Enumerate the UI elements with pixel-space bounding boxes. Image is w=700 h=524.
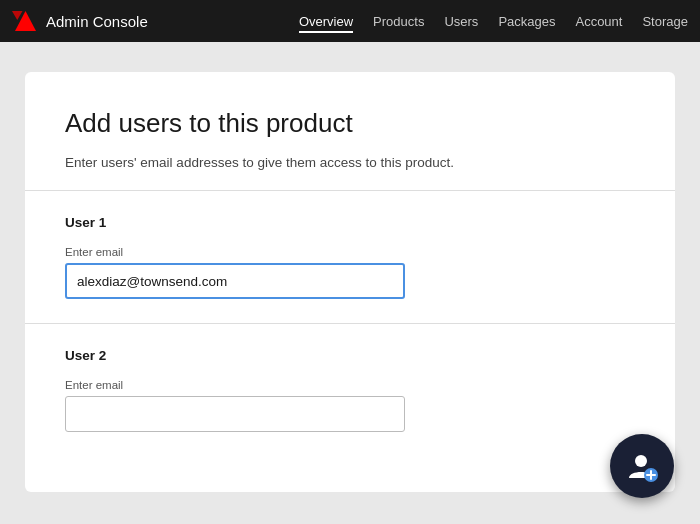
user-2-email-input[interactable] bbox=[65, 396, 405, 432]
add-user-fab-button[interactable] bbox=[610, 434, 674, 498]
adobe-logo-icon bbox=[12, 9, 36, 33]
nav-account[interactable]: Account bbox=[575, 10, 622, 33]
svg-point-2 bbox=[635, 455, 647, 467]
nav-storage[interactable]: Storage bbox=[642, 10, 688, 33]
page-description: Enter users' email addresses to give the… bbox=[65, 155, 635, 170]
user-1-section: User 1 Enter email bbox=[65, 215, 635, 299]
nav-overview[interactable]: Overview bbox=[299, 10, 353, 33]
user-2-field-label: Enter email bbox=[65, 379, 635, 391]
nav-products[interactable]: Products bbox=[373, 10, 424, 33]
section-divider bbox=[25, 323, 675, 324]
add-users-card: Add users to this product Enter users' e… bbox=[25, 72, 675, 492]
navbar: Admin Console Overview Products Users Pa… bbox=[0, 0, 700, 42]
nav-users[interactable]: Users bbox=[444, 10, 478, 33]
user-1-email-input[interactable] bbox=[65, 263, 405, 299]
brand-name: Admin Console bbox=[46, 13, 148, 30]
user-2-label: User 2 bbox=[65, 348, 635, 363]
nav-links: Overview Products Users Packages Account… bbox=[299, 10, 688, 33]
nav-packages[interactable]: Packages bbox=[498, 10, 555, 33]
user-1-label: User 1 bbox=[65, 215, 635, 230]
add-user-icon bbox=[624, 448, 660, 484]
user-1-field-label: Enter email bbox=[65, 246, 635, 258]
page-title: Add users to this product bbox=[65, 108, 635, 139]
user-2-section: User 2 Enter email bbox=[65, 348, 635, 432]
brand: Admin Console bbox=[12, 9, 148, 33]
top-divider bbox=[25, 190, 675, 191]
page-content: Add users to this product Enter users' e… bbox=[0, 42, 700, 524]
svg-marker-1 bbox=[12, 11, 23, 20]
